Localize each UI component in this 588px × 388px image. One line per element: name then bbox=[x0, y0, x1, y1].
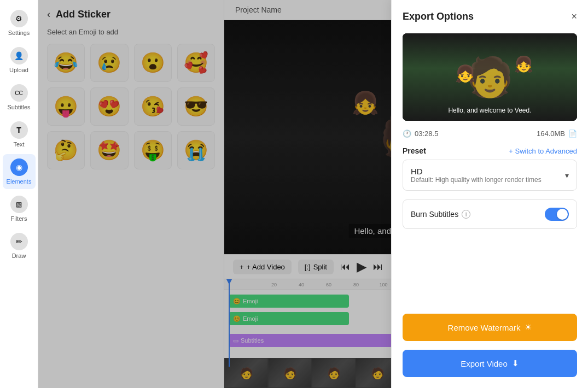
preview-sticker-1: 👧 bbox=[455, 64, 475, 83]
sidebar-item-draw-label: Draw bbox=[12, 252, 26, 259]
sidebar-item-settings[interactable]: ⚙ Settings bbox=[3, 5, 36, 40]
preview-caption: Hello, and welcome to Veed. bbox=[448, 107, 531, 114]
remove-watermark-button[interactable]: Remove Watermark ☀ bbox=[403, 314, 577, 341]
preset-name: HD bbox=[411, 167, 542, 176]
sidebar-item-text-label: Text bbox=[13, 141, 24, 148]
preset-dropdown[interactable]: HD Default: High quality with longer ren… bbox=[403, 160, 577, 191]
preview-sticker-2: 👧 bbox=[514, 55, 533, 73]
sidebar-item-elements-label: Elements bbox=[7, 178, 32, 185]
burn-subtitles-row: Burn Subtitles i bbox=[403, 199, 577, 229]
burn-label-area: Burn Subtitles i bbox=[411, 210, 470, 219]
burn-subtitles-info-icon[interactable]: i bbox=[462, 210, 470, 219]
export-video-label: Export Video bbox=[461, 359, 508, 368]
upload-icon: 👤 bbox=[10, 47, 28, 64]
preview-meta: 🕐 03:28.5 164.0MB 📄 bbox=[403, 130, 577, 138]
preset-section: Preset + Switch to Advanced HD Default: … bbox=[403, 146, 577, 191]
meta-filesize: 164.0MB 📄 bbox=[537, 130, 577, 138]
filters-icon: ▧ bbox=[10, 196, 28, 213]
preview-bg: 🧑 👧 👧 Hello, and welcome to Veed. bbox=[403, 33, 577, 121]
clock-icon: 🕐 bbox=[403, 130, 411, 138]
meta-duration: 🕐 03:28.5 bbox=[403, 130, 438, 138]
elements-icon: ◉ bbox=[10, 158, 28, 176]
close-export-button[interactable]: × bbox=[571, 11, 577, 22]
preview-thumbnail: 🧑 👧 👧 Hello, and welcome to Veed. bbox=[403, 33, 577, 121]
watermark-icon: ☀ bbox=[525, 322, 532, 332]
text-icon: T bbox=[10, 121, 28, 139]
preset-label: Preset bbox=[403, 146, 426, 155]
preset-header: Preset + Switch to Advanced bbox=[403, 146, 577, 155]
sidebar-item-settings-label: Settings bbox=[8, 30, 30, 36]
file-icon: 📄 bbox=[568, 130, 577, 138]
filesize-value: 164.0MB bbox=[537, 130, 565, 138]
burn-subtitles-toggle[interactable] bbox=[545, 208, 569, 221]
sidebar-item-subtitles-label: Subtitles bbox=[7, 104, 30, 110]
sidebar-item-draw[interactable]: ✏ Draw bbox=[3, 228, 36, 263]
remove-watermark-label: Remove Watermark bbox=[448, 323, 521, 332]
draw-icon: ✏ bbox=[10, 233, 28, 250]
sidebar-item-text[interactable]: T Text bbox=[3, 117, 36, 152]
sidebar-item-upload-label: Upload bbox=[9, 67, 28, 73]
export-title: Export Options bbox=[403, 11, 474, 22]
preset-info: HD Default: High quality with longer ren… bbox=[411, 167, 542, 184]
sidebar: ⚙ Settings 👤 Upload CC Subtitles T Text … bbox=[0, 0, 38, 388]
sidebar-item-elements[interactable]: ◉ Elements bbox=[3, 154, 36, 189]
sidebar-item-subtitles[interactable]: CC Subtitles bbox=[3, 80, 36, 115]
sidebar-item-filters-label: Filters bbox=[11, 215, 27, 222]
chevron-down-icon: ▾ bbox=[565, 171, 569, 180]
export-panel: Export Options × 🧑 👧 👧 Hello, and welcom… bbox=[391, 0, 588, 388]
subtitles-icon: CC bbox=[10, 84, 28, 102]
sidebar-item-filters[interactable]: ▧ Filters bbox=[3, 191, 36, 226]
burn-subtitles-label: Burn Subtitles bbox=[411, 210, 458, 219]
export-header: Export Options × bbox=[403, 11, 577, 22]
duration-value: 03:28.5 bbox=[415, 130, 438, 138]
preset-desc: Default: High quality with longer render… bbox=[411, 176, 542, 184]
sidebar-item-upload[interactable]: 👤 Upload bbox=[3, 43, 36, 78]
export-video-button[interactable]: Export Video ⬇ bbox=[403, 350, 577, 377]
switch-to-advanced-button[interactable]: + Switch to Advanced bbox=[509, 147, 577, 155]
settings-icon: ⚙ bbox=[10, 10, 28, 27]
download-icon: ⬇ bbox=[512, 358, 519, 368]
toggle-knob bbox=[557, 209, 568, 220]
main-content: ‹ Add Sticker Select an Emoji to add 😂 😢… bbox=[38, 0, 588, 388]
